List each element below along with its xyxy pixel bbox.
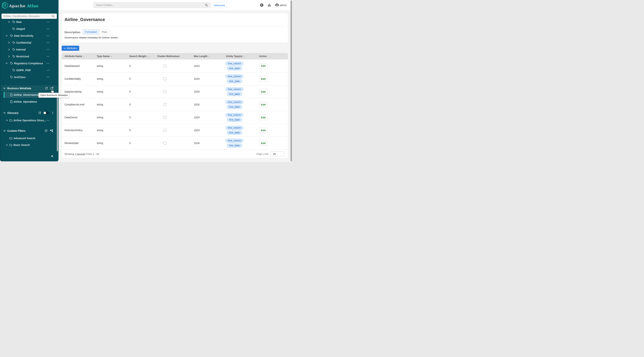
edit-button[interactable]: Edit — [259, 63, 268, 69]
tree-item-data-sensitivity[interactable]: Data Sensitivity ••• — [0, 32, 58, 39]
more-options-icon[interactable]: ••• — [47, 69, 50, 71]
sort-icon[interactable]: ↑↓ — [83, 55, 84, 58]
business-metadata-section-header[interactable]: Business MetaData — [0, 85, 58, 91]
sort-icon[interactable]: ↑↓ — [110, 55, 112, 58]
sort-icon[interactable]: ↑↓ — [147, 55, 148, 58]
chevron-right-icon[interactable] — [8, 55, 10, 58]
entity-type-pill[interactable]: hive_table — [227, 118, 242, 122]
column-header-attribute-name[interactable]: Attribute Name↑↓ — [64, 53, 84, 60]
enable-multivalues-checkbox[interactable] — [164, 90, 166, 93]
atlas-logo-icon[interactable] — [2, 2, 8, 9]
tree-item-gdpr-pnr[interactable]: GDPR_PNR ••• — [0, 67, 58, 74]
tree-item-staged[interactable]: Staged ••• — [0, 25, 58, 32]
entity-type-pill[interactable]: hive_column — [226, 126, 243, 130]
chevron-down-icon[interactable] — [3, 88, 6, 89]
advanced-search-button[interactable]: Advanced — [212, 2, 226, 8]
refresh-icon[interactable] — [44, 129, 48, 132]
tree-item-restricted[interactable]: Restricted ••• — [0, 53, 58, 60]
sidebar-item-basic-search[interactable]: Basic Search — [0, 142, 58, 148]
tree-item-internal[interactable]: Internal ••• — [0, 46, 58, 53]
entity-type-pill[interactable]: hive_column — [226, 113, 243, 117]
edit-button[interactable]: Edit — [259, 102, 268, 107]
enable-multivalues-checkbox[interactable] — [164, 103, 166, 106]
chevron-right-icon[interactable] — [6, 119, 8, 121]
enable-multivalues-checkbox[interactable] — [164, 64, 166, 68]
sidebar-scrollbar-thumb[interactable] — [57, 96, 58, 151]
entity-type-pill[interactable]: hive_column — [226, 139, 243, 143]
tree-item-raw[interactable]: Raw ••• — [0, 18, 58, 25]
entity-type-pill[interactable]: hive_table — [227, 92, 242, 96]
sitemap-icon[interactable] — [50, 129, 53, 132]
column-header-entity-types[interactable]: Entity Type(s)↑↓ — [226, 53, 244, 60]
tree-item-regulatory-compliance[interactable]: Regulatory Compliance ••• — [0, 60, 58, 67]
sort-icon[interactable]: ↑↓ — [243, 55, 244, 58]
entity-type-pill[interactable]: hive_table — [227, 144, 242, 148]
page-limit-input[interactable] — [270, 152, 284, 156]
statistics-chart-icon[interactable] — [268, 4, 271, 6]
refresh-icon[interactable] — [38, 112, 41, 114]
tab-formatted[interactable]: Formatted — [83, 30, 99, 34]
more-options-icon[interactable]: ••• — [47, 76, 50, 78]
page-scrollbar-thumb[interactable] — [290, 0, 292, 161]
more-options-icon[interactable]: ••• — [47, 56, 50, 58]
edit-button[interactable]: Edit — [259, 89, 268, 94]
custom-filters-section-header[interactable]: Custom Filters — [0, 128, 58, 134]
glossary-view-toggle[interactable] — [44, 112, 49, 114]
refresh-icon[interactable] — [45, 87, 48, 90]
more-options-icon[interactable]: ••• — [47, 49, 50, 50]
edit-button[interactable]: Edit — [259, 114, 268, 120]
entity-type-pill[interactable]: hive_column — [226, 88, 243, 91]
entity-type-pill[interactable]: hive_table — [227, 131, 242, 135]
more-options-icon[interactable]: ••• — [47, 35, 50, 37]
chevron-down-icon[interactable] — [3, 112, 6, 114]
sidebar-item-advanced-search[interactable]: Advanced Search — [0, 135, 58, 142]
column-header-search-weight[interactable]: Search Weight↑↓ — [129, 53, 148, 60]
sidebar-collapse-icon[interactable]: « — [51, 154, 53, 158]
download-icon[interactable] — [260, 3, 264, 7]
chevron-right-icon[interactable] — [6, 144, 8, 146]
glossary-section-header[interactable]: Glossary ⋮ — [0, 110, 58, 116]
sidebar-item-airline-operations-glossary[interactable]: Airline Operations Gloss... ••• — [0, 117, 58, 124]
tab-plain[interactable]: Plain — [99, 30, 110, 34]
more-options-icon[interactable]: ••• — [47, 21, 50, 23]
sidebar-item-airline-operations[interactable]: Airline_Operations — [0, 99, 58, 105]
entity-type-pill[interactable]: hive_column — [226, 100, 243, 104]
chevron-right-icon[interactable] — [8, 21, 10, 23]
page-scrollbar[interactable] — [290, 0, 292, 162]
sidebar-search-input[interactable] — [2, 14, 57, 19]
chevron-down-icon[interactable] — [3, 130, 6, 132]
chevron-down-icon[interactable] — [6, 62, 8, 64]
enable-multivalues-checkbox[interactable] — [164, 77, 166, 80]
records-count-link[interactable]: 7 records — [75, 152, 85, 155]
entity-type-pill[interactable]: hive_column — [226, 62, 243, 66]
entity-type-pill[interactable]: hive_column — [226, 74, 243, 78]
entity-type-pill[interactable]: hive_table — [227, 105, 242, 109]
kebab-menu-icon[interactable]: ⋮ — [51, 111, 54, 114]
column-header-max-length[interactable]: Max Length↑↓ — [194, 53, 210, 60]
more-options-icon[interactable]: ••• — [47, 28, 50, 30]
edit-button[interactable]: Edit — [259, 140, 268, 146]
chevron-down-icon[interactable] — [6, 35, 8, 36]
more-options-icon[interactable]: ••• — [47, 42, 50, 44]
entity-type-pill[interactable]: hive_table — [227, 66, 242, 70]
username-label[interactable]: admin — [280, 4, 286, 7]
chevron-right-icon[interactable] — [8, 42, 10, 44]
enable-multivalues-checkbox[interactable] — [164, 116, 166, 119]
tree-item-testclass[interactable]: testClass ••• — [0, 74, 58, 80]
edit-button[interactable]: Edit — [259, 128, 268, 133]
entity-type-pill[interactable]: hive_table — [227, 79, 242, 83]
sidebar-search-icon[interactable] — [52, 15, 54, 18]
enable-multivalues-checkbox[interactable] — [164, 129, 166, 132]
edit-button[interactable]: Edit — [259, 76, 268, 82]
sort-icon[interactable]: ↑↓ — [208, 55, 210, 58]
enable-multivalues-checkbox[interactable] — [164, 142, 166, 144]
user-avatar-icon[interactable] — [275, 3, 279, 7]
chevron-right-icon[interactable] — [8, 48, 10, 50]
more-options-icon[interactable]: ••• — [47, 120, 50, 121]
search-entities-input[interactable] — [94, 2, 210, 8]
tree-item-confidential[interactable]: Confidential ••• — [0, 39, 58, 46]
add-attributes-button[interactable]: +Attributes — [62, 46, 79, 51]
search-icon[interactable] — [205, 4, 208, 7]
column-header-type-name[interactable]: Type Name↑↓ — [97, 53, 112, 60]
more-options-icon[interactable]: ••• — [47, 62, 50, 64]
